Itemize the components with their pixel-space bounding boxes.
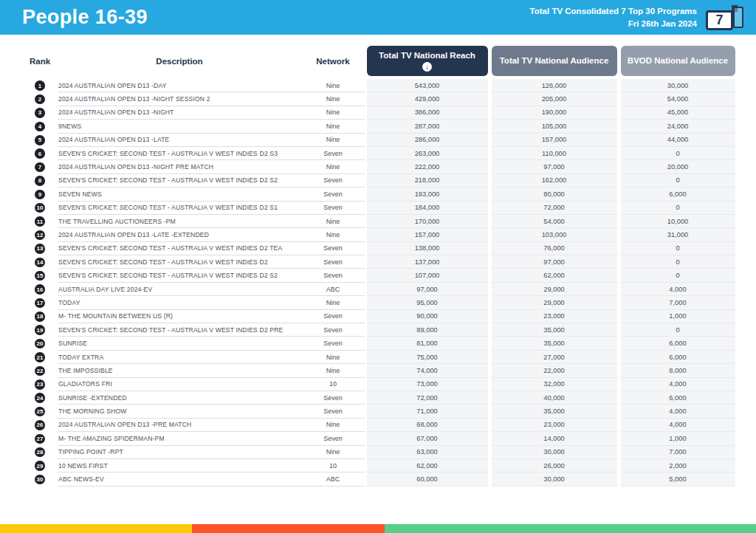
table-row: 17 TODAY Nine 95,000 29,000 7,000 [22,296,737,309]
network-value: Nine [301,364,365,377]
header-right-block: Total TV Consolidated 7 Top 30 Programs … [530,2,747,33]
network-value: Nine [301,296,365,309]
rank-cell: 30 [22,472,58,486]
table-row: 18 M- THE MOUNTAIN BETWEEN US (R) Seven … [22,310,737,323]
total-tv-national-audience-value: 105,000 [492,120,617,133]
total-tv-national-audience-value: 30,000 [492,472,617,486]
network-value: Seven [301,337,365,350]
column-header-total-tv-national-audience[interactable]: Total TV National Audience [492,46,617,76]
table-row: 28 TIPPING POINT -RPT Nine 63,000 30,000… [22,446,737,459]
total-tv-national-reach-value: 74,000 [367,364,488,377]
program-description: SUNRISE -EXTENDED [58,391,301,405]
rank-badge: 15 [35,271,45,281]
total-tv-national-reach-value: 157,000 [367,228,488,241]
total-tv-national-reach-value: 62,000 [367,459,488,472]
column-header-bvod-label: BVOD National Audience [628,55,728,66]
rank-badge: 21 [35,352,45,362]
network-value: Nine [301,215,365,228]
rank-cell: 17 [22,296,58,309]
total-tv-national-reach-value: 543,000 [367,79,488,92]
table-row: 30 ABC NEWS-EV ABC 60,000 30,000 5,000 [22,472,737,486]
program-description: SEVEN'S CRICKET: SECOND TEST - AUSTRALIA… [58,202,301,215]
program-description: 2024 AUSTRALIAN OPEN D13 -NIGHT SESSION … [58,92,301,106]
table-row: 24 SUNRISE -EXTENDED Seven 72,000 40,000… [22,391,737,405]
rank-badge: 24 [35,393,45,403]
program-description: ABC NEWS-EV [58,472,301,486]
network-value: Seven [301,255,365,269]
network-value: Seven [301,391,365,405]
network-value: Nine [301,446,365,459]
sort-descending-icon[interactable]: ↓ [422,62,432,72]
total-tv-national-reach-value: 386,000 [367,106,488,120]
rank-cell: 10 [22,202,58,215]
table-row: 20 SUNRISE Seven 81,000 35,000 6,000 [22,337,737,350]
total-tv-national-reach-value: 97,000 [367,283,488,296]
total-tv-national-audience-value: 26,000 [492,459,617,472]
program-description: THE MORNING SHOW [58,405,301,418]
rank-cell: 16 [22,283,58,296]
network-value: Seven [301,323,365,337]
rank-badge: 3 [35,108,45,118]
network-value: Nine [301,92,365,106]
rank-badge: 11 [35,216,45,227]
bvod-national-audience-value: 24,000 [621,120,735,133]
rank-badge: 9 [35,190,45,200]
total-tv-national-audience-value: 32,000 [492,378,617,391]
total-tv-national-reach-value: 89,000 [367,323,488,337]
ratings-report-page: People 16-39 Total TV Consolidated 7 Top… [0,0,756,533]
total-tv-national-reach-value: 63,000 [367,446,488,459]
rank-cell: 9 [22,188,58,201]
table-row: 13 SEVEN'S CRICKET: SECOND TEST - AUSTRA… [22,242,737,255]
total-tv-national-reach-value: 429,000 [367,92,488,106]
column-header-reach-label: Total TV National Reach [379,50,475,61]
program-description: GLADIATORS FRI [58,378,301,391]
report-subtitle-line2: Fri 26th Jan 2024 [530,18,697,30]
table-row: 27 M- THE AMAZING SPIDERMAN-PM Seven 67,… [22,432,737,445]
program-description: 2024 AUSTRALIAN OPEN D13 -DAY [58,79,301,92]
bvod-national-audience-value: 0 [621,323,735,337]
program-description: 2024 AUSTRALIAN OPEN D13 -PRE MATCH [58,419,301,432]
program-description: SEVEN'S CRICKET: SECOND TEST - AUSTRALIA… [58,323,301,337]
table-row: 11 THE TRAVELLING AUCTIONEERS -PM Nine 1… [22,215,737,228]
total-tv-national-reach-value: 193,000 [367,188,488,201]
total-tv-national-audience-value: 103,000 [492,228,617,241]
rank-cell: 18 [22,310,58,323]
footer-color-strip [0,524,756,533]
column-header-bvod-national-audience[interactable]: BVOD National Audience [621,46,735,76]
bvod-national-audience-value: 0 [621,174,735,188]
table-row: 12 2024 AUSTRALIAN OPEN D13 -LATE -EXTEN… [22,228,737,241]
table-row: 14 SEVEN'S CRICKET: SECOND TEST - AUSTRA… [22,255,737,269]
bvod-national-audience-value: 4,000 [621,378,735,391]
bvod-national-audience-value: 5,000 [621,472,735,486]
total-tv-national-reach-value: 263,000 [367,147,488,160]
top-header-bar: People 16-39 Total TV Consolidated 7 Top… [0,0,756,35]
network-value: ABC [301,472,365,486]
network-value: Nine [301,160,365,173]
rank-cell: 23 [22,378,58,391]
rank-badge: 13 [35,244,45,254]
rank-badge: 2 [35,94,45,105]
total-tv-national-audience-value: 97,000 [492,160,617,173]
rank-badge: 17 [35,298,45,309]
seven-network-tv-logo: 7 [704,4,747,33]
total-tv-national-reach-value: 287,000 [367,120,488,133]
bvod-national-audience-value: 7,000 [621,446,735,459]
rank-cell: 12 [22,228,58,241]
rank-cell: 8 [22,174,58,188]
program-description: SEVEN'S CRICKET: SECOND TEST - AUSTRALIA… [58,147,301,160]
network-value: Seven [301,188,365,201]
column-header-total-tv-national-reach[interactable]: Total TV National Reach ↓ [367,46,488,76]
rank-cell: 13 [22,242,58,255]
rank-badge: 10 [35,203,45,213]
bvod-national-audience-value: 31,000 [621,228,735,241]
program-description: 2024 AUSTRALIAN OPEN D13 -NIGHT [58,106,301,120]
total-tv-national-reach-value: 170,000 [367,215,488,228]
total-tv-national-audience-value: 29,000 [492,296,617,309]
footer-strip-orange-segment [192,524,385,533]
total-tv-national-audience-value: 29,000 [492,283,617,296]
network-value: Nine [301,351,365,364]
program-description: M- THE AMAZING SPIDERMAN-PM [58,432,301,445]
table-row: 9 SEVEN NEWS Seven 193,000 80,000 6,000 [22,188,737,201]
table-row: 1 2024 AUSTRALIAN OPEN D13 -DAY Nine 543… [22,79,737,92]
network-value: Seven [301,310,365,323]
